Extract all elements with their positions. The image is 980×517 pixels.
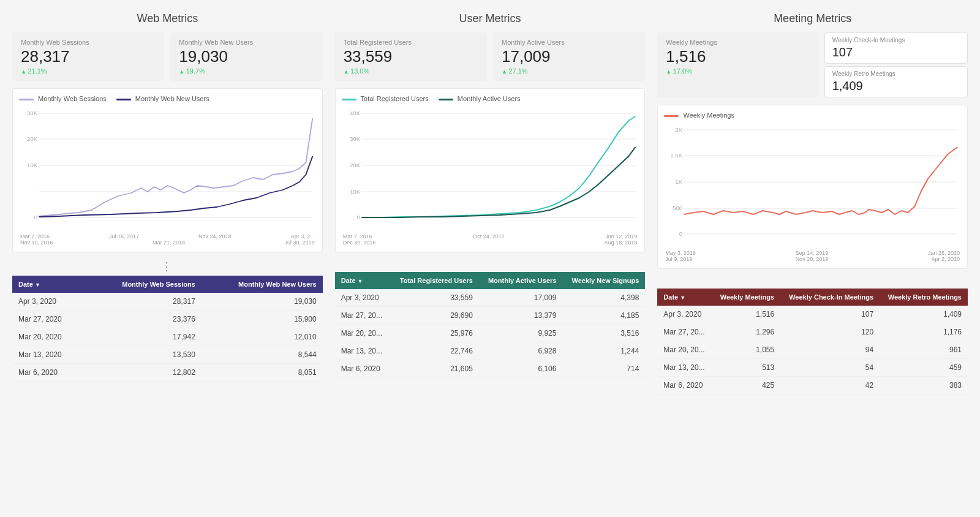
user-row-signups: 4,185 xyxy=(562,307,645,325)
web-col-date[interactable]: Date ▼ xyxy=(12,276,87,293)
web-row-sessions: 28,317 xyxy=(87,293,202,311)
web-row-date: Apr 3, 2020 xyxy=(12,293,87,311)
user-spacer xyxy=(335,260,646,272)
web-col-sessions: Monthly Web Sessions xyxy=(87,276,202,293)
web-title: Web Metrics xyxy=(12,12,323,25)
user-row-signups: 1,244 xyxy=(562,342,645,360)
svg-text:0: 0 xyxy=(679,231,682,237)
meeting-checkin-card: Weekly Check-In Meetings 107 xyxy=(824,32,968,64)
user-metric-cards: Total Registered Users 33,559 13.0% Mont… xyxy=(335,32,646,81)
web-legend-sessions-label: Monthly Web Sessions xyxy=(38,95,107,102)
web-legend-newusers: Monthly Web New Users xyxy=(116,95,209,102)
table-row: Mar 20, 20... 1,055 94 961 xyxy=(657,341,968,359)
user-row-signups: 3,516 xyxy=(562,325,645,342)
user-title: User Metrics xyxy=(335,12,646,25)
user-col-signups: Weekly New Signups xyxy=(562,272,645,289)
table-row: Mar 13, 20... 513 54 459 xyxy=(657,359,968,377)
web-sessions-card: Monthly Web Sessions 28,317 21.1% xyxy=(12,32,164,81)
meeting-metric-cards: Weekly Meetings 1,516 17.0% Weekly Check… xyxy=(657,32,968,97)
svg-text:10K: 10K xyxy=(27,162,38,168)
user-legend-active-line xyxy=(439,99,453,100)
web-row-date: Mar 13, 2020 xyxy=(12,346,87,364)
web-row-newusers: 15,900 xyxy=(202,311,323,328)
meeting-xlabel2-2: Apr 2, 2020 xyxy=(931,256,960,262)
table-row: Mar 20, 20... 25,976 9,925 3,516 xyxy=(335,325,646,342)
table-row: Mar 6, 2020 425 42 383 xyxy=(657,377,968,394)
web-sessions-change: 21.1% xyxy=(21,67,156,75)
meeting-row-retro: 383 xyxy=(880,377,968,394)
user-row-signups: 714 xyxy=(562,360,645,378)
web-row-newusers: 8,051 xyxy=(202,364,323,382)
user-legend-active-label: Monthly Active Users xyxy=(458,95,521,102)
meeting-x-labels1: May 3, 2019 Sep 14, 2019 Jan 26, 2020 xyxy=(664,250,961,256)
web-chart: 30K 20K 10K 0 xyxy=(19,107,316,232)
web-legend-newusers-line xyxy=(116,99,131,100)
meeting-legend-weekly: Weekly Meetings xyxy=(664,111,734,119)
user-row-date: Mar 20, 20... xyxy=(335,325,391,342)
meeting-checkin-value: 107 xyxy=(832,45,960,59)
meeting-chart-svg: 2K 1.5K 1K 500 0 xyxy=(664,124,961,246)
table-row: Mar 27, 20... 29,690 13,379 4,185 xyxy=(335,307,646,325)
meeting-spacer xyxy=(657,276,968,289)
meeting-row-weekly: 1,055 xyxy=(712,341,780,359)
svg-text:20K: 20K xyxy=(27,136,38,142)
web-chart-svg: 30K 20K 10K 0 xyxy=(19,107,316,230)
web-table: Date ▼ Monthly Web Sessions Monthly Web … xyxy=(12,276,323,382)
user-registered-label: Total Registered Users xyxy=(344,39,478,46)
dashboard: Web Metrics Monthly Web Sessions 28,317 … xyxy=(12,12,968,394)
svg-text:2K: 2K xyxy=(676,127,684,133)
web-more-icon[interactable]: ⋮ xyxy=(12,260,323,273)
user-registered-change: 13.0% xyxy=(344,67,478,75)
web-legend-sessions-line xyxy=(19,99,34,100)
meeting-row-date: Apr 3, 2020 xyxy=(657,306,712,323)
user-xlabel-0: Mar 7, 2016 xyxy=(343,233,372,240)
meeting-chart-legend: Weekly Meetings xyxy=(664,111,961,119)
user-active-card: Monthly Active Users 17,009 27.1% xyxy=(493,32,645,81)
meeting-retro-card: Weekly Retro Meetings 1,409 xyxy=(824,66,968,97)
user-row-registered: 29,690 xyxy=(390,307,478,325)
web-newusers-change: 19.7% xyxy=(179,67,314,75)
table-row: Mar 13, 20... 22,746 6,928 1,244 xyxy=(335,342,646,360)
web-newusers-label: Monthly Web New Users xyxy=(179,39,314,46)
web-row-sessions: 23,376 xyxy=(87,311,202,328)
web-legend-sessions: Monthly Web Sessions xyxy=(19,95,107,102)
meeting-row-weekly: 425 xyxy=(712,377,780,394)
user-xlabel2-1: Aug 18, 2018 xyxy=(605,240,638,246)
table-row: Apr 3, 2020 28,317 19,030 xyxy=(12,293,323,311)
meeting-metrics-section: Meeting Metrics Weekly Meetings 1,516 17… xyxy=(657,12,968,394)
meeting-row-date: Mar 13, 20... xyxy=(657,359,712,377)
user-row-registered: 21,605 xyxy=(390,360,478,378)
web-newusers-value: 19,030 xyxy=(179,47,314,66)
web-row-newusers: 8,544 xyxy=(202,346,323,364)
user-legend-active: Monthly Active Users xyxy=(439,95,521,102)
web-metric-cards: Monthly Web Sessions 28,317 21.1% Monthl… xyxy=(12,32,323,81)
svg-text:10K: 10K xyxy=(350,189,361,195)
meeting-row-checkin: 94 xyxy=(780,341,880,359)
meeting-col-date[interactable]: Date ▼ xyxy=(657,289,712,306)
user-row-registered: 25,976 xyxy=(390,325,478,342)
user-metrics-section: User Metrics Total Registered Users 33,5… xyxy=(335,12,646,394)
meeting-retro-value: 1,409 xyxy=(832,78,960,93)
meeting-right-cards: Weekly Check-In Meetings 107 Weekly Retr… xyxy=(824,32,968,97)
meeting-weekly-label: Weekly Meetings xyxy=(666,39,809,46)
svg-text:30K: 30K xyxy=(350,136,361,142)
meeting-col-retro: Weekly Retro Meetings xyxy=(880,289,968,306)
web-chart-container: Monthly Web Sessions Monthly Web New Use… xyxy=(12,88,323,252)
meeting-row-checkin: 107 xyxy=(780,306,880,323)
user-legend-registered-label: Total Registered Users xyxy=(361,95,429,102)
table-row: Mar 27, 2020 23,376 15,900 xyxy=(12,311,323,328)
meeting-xlabel-2: Jan 26, 2020 xyxy=(928,250,960,256)
meeting-row-retro: 1,176 xyxy=(880,323,968,341)
user-row-registered: 22,746 xyxy=(390,342,478,360)
web-col-newusers: Monthly Web New Users xyxy=(202,276,323,293)
web-newusers-card: Monthly Web New Users 19,030 19.7% xyxy=(170,32,322,81)
user-col-date[interactable]: Date ▼ xyxy=(335,272,391,289)
web-metrics-section: Web Metrics Monthly Web Sessions 28,317 … xyxy=(12,12,323,394)
user-active-value: 17,009 xyxy=(502,47,636,66)
web-row-newusers: 19,030 xyxy=(202,293,323,311)
meeting-chart-container: Weekly Meetings 2K 1.5K 1K 500 0 xyxy=(657,105,968,269)
user-chart: 40K 30K 20K 10K 0 xyxy=(342,107,639,232)
user-xlabel2-0: Dec 30, 2016 xyxy=(343,240,376,246)
web-x-labels1: Mar 7, 2016 Jul 16, 2017 Nov 24, 2018 Ap… xyxy=(19,233,316,240)
web-legend-newusers-label: Monthly Web New Users xyxy=(135,95,209,102)
